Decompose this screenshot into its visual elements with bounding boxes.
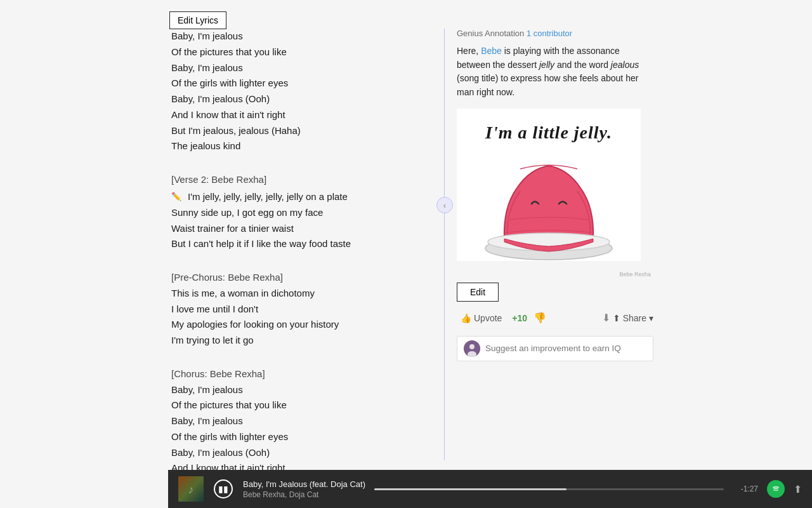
pause-icon: ▮▮ (214, 479, 233, 498)
lyric-line[interactable]: Of the girls with lighter eyes (171, 429, 419, 445)
svg-point-3 (469, 344, 475, 349)
annotation-panel: Genius Annotation 1 contributor Here, Be… (457, 29, 653, 361)
progress-fill (374, 488, 566, 490)
edit-pencil-icon[interactable]: ✏️ (171, 189, 181, 204)
lyric-line[interactable]: I'm trying to let it go (171, 333, 419, 349)
vote-row: 👍 Upvote +10 👎 ⬇ ⬆ Share ▾ (457, 311, 653, 326)
lyric-highlighted-line[interactable]: ✏️ I'm jelly, jelly, jelly, jelly, jelly… (171, 188, 419, 205)
user-avatar (464, 340, 480, 357)
lyric-line[interactable]: Waist trainer for a tinier waist (171, 221, 419, 237)
lyric-spacer (171, 349, 419, 358)
time-remaining: -1:27 (733, 485, 758, 493)
lyric-line[interactable]: Baby, I'm jealous (Ooh) (171, 445, 419, 461)
track-title: Baby, I'm Jealous (feat. Doja Cat) (243, 479, 365, 489)
progress-bar[interactable] (374, 488, 724, 490)
download-icon: ⬇ (602, 312, 610, 324)
lyric-spacer (171, 252, 419, 261)
lyric-spacer (171, 154, 419, 163)
lyric-section-header: [Verse 2: Bebe Rexha] (171, 172, 419, 188)
contributor-link[interactable]: 1 contributor (527, 29, 572, 38)
spotify-icon[interactable] (767, 480, 785, 498)
lyric-line[interactable]: Of the pictures that you like (171, 44, 419, 60)
lyric-line[interactable]: Sunny side up, I got egg on my face (171, 205, 419, 221)
lyric-line[interactable]: Of the pictures that you like (171, 398, 419, 413)
share-section[interactable]: ⬇ ⬆ Share ▾ (602, 312, 653, 324)
lyric-line[interactable]: The jealous kind (171, 138, 419, 154)
lyric-line[interactable]: Baby, I'm jealous (171, 382, 419, 398)
lyric-line[interactable]: And I know that it ain't right (171, 107, 419, 123)
chevron-down-icon: ▾ (649, 313, 653, 323)
lyric-line[interactable]: Baby, I'm jealous (171, 60, 419, 76)
lyric-line[interactable]: But I can't help it if I like the way fo… (171, 236, 419, 252)
thumbs-down-icon: 👎 (534, 312, 546, 323)
lyric-line[interactable]: Baby, I'm jealous (171, 413, 419, 429)
track-info: Baby, I'm Jealous (feat. Doja Cat) Bebe … (243, 479, 365, 499)
upvote-count: +10 (512, 313, 527, 323)
lyric-line[interactable]: I love me until I don't (171, 302, 419, 318)
lyric-line[interactable]: My apologies for looking on your history (171, 317, 419, 333)
bebe-link[interactable]: Bebe (481, 46, 502, 56)
svg-text:♪: ♪ (188, 483, 194, 496)
lyrics-panel: Baby, I'm jealous Of the pictures that y… (159, 29, 431, 476)
lyric-line[interactable]: Baby, I'm jealous (171, 29, 419, 44)
player-share-icon[interactable]: ⬆ (794, 483, 802, 495)
jelly-illustration (466, 144, 631, 261)
annotation-header: Genius Annotation 1 contributor (457, 29, 653, 38)
play-pause-button[interactable]: ▮▮ (213, 478, 234, 500)
upvote-label: Upvote (474, 313, 502, 323)
share-label: Share (623, 313, 646, 323)
edit-lyrics-button[interactable]: Edit Lyrics (169, 11, 226, 29)
panel-divider (444, 29, 445, 460)
track-artist: Bebe Rexha, Doja Cat (243, 490, 365, 499)
jelly-image: I'm a little jelly. (457, 109, 641, 261)
watermark-text: Bebe Rexha (457, 271, 653, 277)
lyric-section-header: [Chorus: Bebe Rexha] (171, 366, 419, 382)
downvote-button[interactable]: 👎 (534, 312, 546, 324)
lyric-section-header: [Pre-Chorus: Bebe Rexha] (171, 270, 419, 286)
jelly-image-text: I'm a little jelly. (457, 123, 641, 143)
music-player: ♪ ▮▮ Baby, I'm Jealous (feat. Doja Cat) … (168, 470, 812, 508)
upvote-button[interactable]: 👍 Upvote (457, 311, 506, 326)
share-icon: ⬆ (613, 313, 620, 323)
suggestion-row (457, 336, 653, 361)
suggestion-input[interactable] (485, 344, 646, 353)
thumbs-up-icon: 👍 (461, 313, 471, 323)
lyric-line[interactable]: This is me, a woman in dichotomy (171, 286, 419, 302)
lyric-line[interactable]: Of the girls with lighter eyes (171, 76, 419, 91)
annotation-edit-button[interactable]: Edit (457, 283, 499, 302)
annotation-body: Here, Bebe is playing with the assonance… (457, 44, 653, 100)
progress-section (374, 488, 724, 490)
lyric-line[interactable]: But I'm jealous, jealous (Haha) (171, 123, 419, 139)
album-art: ♪ (178, 476, 204, 502)
panel-toggle-arrow[interactable]: ‹ (436, 197, 453, 213)
lyric-line[interactable]: Baby, I'm jealous (Ooh) (171, 91, 419, 107)
